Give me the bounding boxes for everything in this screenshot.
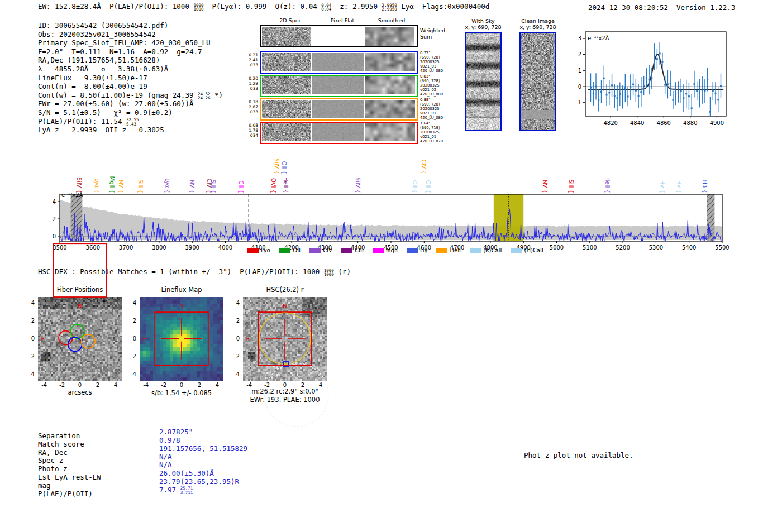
svg-text:-1: -1: [576, 99, 581, 106]
svg-text:4900: 4900: [710, 120, 724, 126]
line-marker-SiIV: SiIV {: [274, 159, 280, 174]
svg-text:5000: 5000: [550, 245, 564, 251]
row-2-pixelflat-image: [312, 100, 364, 118]
weighted-sum-strip: [260, 25, 418, 47]
xtick-lineflux: 0: [175, 382, 188, 388]
spec2d-row-2: [260, 98, 418, 121]
svg-text:N: N: [283, 303, 287, 309]
svg-text:4000: 4000: [218, 245, 232, 251]
info-line-12: LyA z = 2.9939 OII z = 0.3025: [38, 126, 164, 135]
svg-text:4820: 4820: [603, 120, 617, 126]
ytick-hsc: -4: [230, 371, 240, 377]
legend-item-(H)CaII: (H)CaII: [511, 247, 543, 253]
fiber-positions-title: Fiber Positions: [38, 286, 122, 294]
text-segment: 26.00(±5.30)Å: [159, 469, 214, 477]
legend-label: Hγ: [420, 247, 427, 253]
row-3-right-labels: 1.64"(690, 719)20200325v021_01420_LU_079: [420, 121, 454, 143]
svg-text:4880: 4880: [683, 120, 697, 126]
match-label-mag: mag: [38, 481, 51, 490]
stacked-fraction: 10001000: [193, 3, 203, 12]
text-segment: LyA z = 2.9939 OII z = 0.3025: [38, 126, 164, 134]
ytick-fiber: -4: [25, 371, 35, 377]
text-segment: λ = 4855.28Å σ = 3.38(±0.63)Å: [38, 65, 168, 73]
legend-item-OII: OII: [279, 247, 301, 253]
ytick-lineflux: -2: [126, 353, 136, 360]
clean-title: Clean Image: [513, 18, 563, 25]
svg-text:N: N: [179, 303, 183, 309]
col-header-2dspec: 2D Spec: [263, 18, 318, 24]
ytick-lineflux: 2: [126, 318, 136, 324]
fiber-xlabel: arcsecs: [38, 389, 122, 396]
row-2-smoothed-image: [365, 100, 415, 118]
line-marker-NV: NV {: [542, 180, 548, 193]
svg-text:4840: 4840: [630, 120, 644, 126]
row-0-pixelflat-image: [312, 53, 364, 71]
spectrum-legend: LyαOIICIVCIIIMgIIHγHeII(K)CaII(H)CaII: [247, 247, 543, 253]
stacked-fraction: 24.5224.26: [198, 92, 211, 100]
xtick-fiber: 2: [91, 382, 104, 388]
xtick-fiber: -4: [37, 382, 51, 388]
text-segment: N/A: [159, 452, 172, 461]
meta-gap: [668, 3, 676, 12]
text-segment: 0.978: [159, 436, 180, 444]
weighted-sum-line1: Weighted: [420, 28, 445, 34]
legend-label: CIV: [323, 247, 332, 253]
fiber-positions-overlay: NE: [38, 297, 122, 381]
photz-note: Phot z plot not available.: [524, 451, 633, 460]
line-marker-CII: CII {: [238, 181, 244, 193]
match-label-ra-dec: RA, Dec: [38, 448, 68, 457]
text-segment: HSC-DEX : Possible Matches = 1 (within +…: [38, 267, 324, 276]
info-line-9: EWr = 27.00(±5.60) (w: 27.00(±5.60))Å: [38, 99, 193, 108]
text-segment: P(LAE)/P(OII): 11.54: [38, 117, 126, 126]
lineflux-map-title: Lineflux Map: [140, 286, 223, 294]
legend-swatch: [470, 248, 481, 253]
legend-label: (H)CaII: [524, 247, 543, 253]
svg-text:0: 0: [578, 84, 581, 90]
line-marker-SiII: SiII {: [568, 179, 574, 193]
match-label-match-score: Match score: [38, 440, 84, 449]
text-segment: F=2.0" T=0.111 N=1.16 A=0.92 g=24.7: [38, 47, 202, 56]
line-marker-SiII: SiII {: [137, 179, 144, 193]
clean-image: [521, 33, 555, 130]
ytick-lineflux: 4: [126, 300, 136, 306]
report-meta: 2024-12-30 08:20:52 Version 1.22.3: [588, 2, 735, 12]
stacked-fraction: 25.713.711: [180, 486, 193, 495]
line-marker-OII: OII {: [412, 180, 418, 193]
text-segment: ID: 3006554542 (3006554542.pdf): [38, 21, 168, 30]
xtick-hsc: -4: [242, 382, 256, 388]
svg-text:5200: 5200: [616, 245, 630, 251]
legend-swatch: [511, 248, 522, 253]
svg-text:4: 4: [53, 199, 56, 205]
ytick-hsc: 2: [230, 318, 240, 324]
svg-text:3800: 3800: [152, 245, 166, 251]
text-segment: 191.157656, 51.515829: [159, 444, 247, 453]
svg-text:5300: 5300: [649, 245, 663, 251]
info-line-3: F=2.0" T=0.111 N=1.16 A=0.92 g=24.7: [38, 47, 202, 56]
hsc-cutout-title: HSC(26.2) r: [243, 286, 327, 294]
svg-text:3: 3: [578, 35, 581, 41]
text-segment: N/A: [159, 461, 172, 469]
text-segment: 7.97: [159, 486, 180, 494]
row-3-2d-image: [262, 123, 311, 141]
line-marker-SiIV: SiIV {: [76, 178, 82, 193]
svg-text:5400: 5400: [682, 245, 696, 251]
hscdex-header: HSC-DEX : Possible Matches = 1 (within +…: [38, 267, 351, 277]
row-0-smoothed-image: [365, 53, 415, 71]
info-line-7: Cont(n) = -8.00(±4.00)e-19: [38, 82, 147, 91]
withsky-box: [465, 32, 502, 131]
info-line-11: P(LAE)/P(OII): 11.54 32.555.43: [38, 117, 139, 127]
legend-swatch: [407, 248, 418, 253]
line-marker-NV: NV {: [189, 180, 195, 193]
xtick-hsc: -2: [260, 382, 274, 388]
ytick-hsc: 0: [230, 336, 240, 342]
legend-item-CIII: CIII: [341, 247, 364, 253]
info-line-10: S/N = 5.1(±0.5) χ² = 0.9(±0.2): [38, 108, 173, 117]
withsky-coords: x, y: 690, 728: [458, 25, 508, 31]
row-3-smoothed-image: [365, 123, 415, 141]
svg-text:3900: 3900: [185, 245, 199, 251]
svg-text:N: N: [78, 303, 82, 309]
svg-text:E: E: [143, 336, 146, 342]
legend-swatch: [247, 248, 259, 253]
text-segment: (r): [334, 267, 351, 276]
col-header-pixelflat: Pixel Flat: [314, 18, 370, 24]
